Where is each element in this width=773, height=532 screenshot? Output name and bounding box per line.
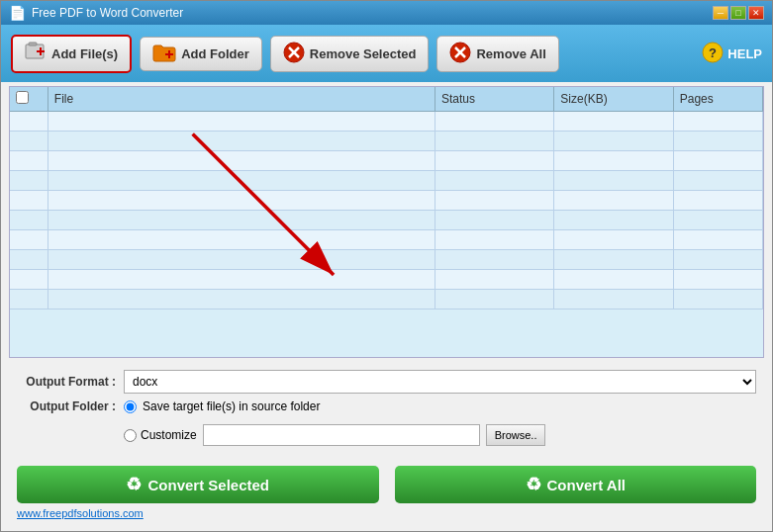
output-folder-label: Output Folder : — [17, 399, 116, 413]
select-all-checkbox[interactable] — [16, 91, 29, 104]
window-title: Free PDF to Word Converter — [32, 6, 183, 20]
table-row — [10, 290, 763, 310]
minimize-button[interactable]: ─ — [713, 6, 728, 20]
table-row — [10, 151, 763, 171]
close-button[interactable]: ✕ — [748, 6, 764, 20]
table-row — [10, 211, 763, 230]
table-row — [10, 112, 763, 132]
output-format-select[interactable]: docx doc rtf txt — [124, 370, 756, 394]
title-bar: 📄 Free PDF to Word Converter ─ □ ✕ — [1, 1, 772, 25]
col-header-check[interactable] — [10, 87, 48, 112]
help-icon: ? — [702, 42, 724, 66]
convert-all-button[interactable]: ♻ Convert All — [395, 466, 757, 503]
file-table-area: File Status Size(KB) Pages — [9, 86, 764, 358]
add-files-label: Add File(s) — [51, 46, 118, 61]
col-header-pages: Pages — [673, 87, 762, 112]
remove-selected-icon — [283, 42, 305, 66]
output-format-row: Output Format : docx doc rtf txt — [17, 370, 756, 394]
add-folder-label: Add Folder — [181, 46, 249, 61]
main-window: 📄 Free PDF to Word Converter ─ □ ✕ Add F… — [0, 0, 773, 532]
remove-all-button[interactable]: Remove All — [436, 36, 558, 72]
customize-radio[interactable] — [124, 429, 137, 442]
convert-all-label: Convert All — [547, 477, 626, 493]
col-header-size: Size(KB) — [554, 87, 673, 112]
save-source-radio[interactable] — [124, 400, 137, 413]
table-row — [10, 270, 763, 290]
remove-selected-label: Remove Selected — [310, 46, 417, 61]
table-row — [10, 250, 763, 270]
help-label: HELP — [727, 46, 762, 61]
svg-text:?: ? — [709, 45, 717, 60]
convert-selected-icon: ♻ — [126, 474, 142, 495]
output-folder-row: Output Folder : Save target file(s) in s… — [17, 399, 756, 446]
convert-selected-button[interactable]: ♻ Convert Selected — [17, 466, 379, 503]
table-row — [10, 171, 763, 191]
add-folder-icon — [152, 43, 176, 65]
col-header-file: File — [48, 87, 435, 112]
output-format-label: Output Format : — [17, 375, 116, 389]
col-header-status: Status — [435, 87, 554, 112]
add-files-button[interactable]: Add File(s) — [11, 35, 132, 73]
save-source-radio-label[interactable]: Save target file(s) in source folder — [124, 399, 320, 413]
toolbar: Add File(s) Add Folder Remove Select — [1, 25, 772, 82]
convert-all-icon: ♻ — [526, 474, 541, 495]
bottom-area: ♻ Convert Selected ♻ Convert All www.fre… — [1, 460, 772, 531]
website-link[interactable]: www.freepdfsolutions.com — [17, 507, 144, 519]
table-row — [10, 191, 763, 211]
title-bar-left: 📄 Free PDF to Word Converter — [9, 5, 183, 21]
table-row — [10, 230, 763, 250]
customize-radio-label[interactable]: Customize — [124, 428, 197, 442]
title-bar-controls: ─ □ ✕ — [713, 6, 764, 20]
settings-area: Output Format : docx doc rtf txt Output … — [1, 362, 772, 460]
customize-text: Customize — [141, 428, 197, 442]
save-source-text: Save target file(s) in source folder — [143, 399, 320, 413]
app-icon: 📄 — [9, 5, 26, 21]
convert-selected-label: Convert Selected — [147, 477, 269, 493]
convert-buttons: ♻ Convert Selected ♻ Convert All — [17, 466, 756, 503]
browse-button[interactable]: Browse.. — [486, 424, 546, 446]
customize-path-input[interactable] — [203, 424, 480, 446]
remove-selected-button[interactable]: Remove Selected — [270, 36, 430, 72]
maximize-button[interactable]: □ — [730, 6, 746, 20]
remove-all-icon — [449, 42, 471, 66]
svg-rect-1 — [29, 43, 37, 45]
add-folder-button[interactable]: Add Folder — [140, 37, 262, 71]
file-table: File Status Size(KB) Pages — [10, 87, 763, 310]
remove-all-label: Remove All — [476, 46, 545, 61]
table-row — [10, 132, 763, 151]
help-button[interactable]: ? HELP — [702, 42, 762, 66]
add-files-icon — [25, 42, 47, 66]
